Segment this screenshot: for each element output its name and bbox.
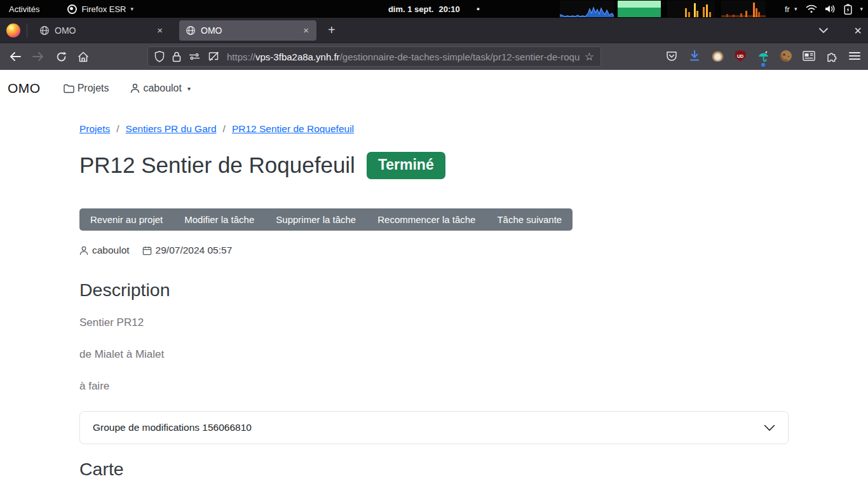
keyboard-layout-button[interactable]: fr ▾	[785, 0, 797, 18]
url-scheme: https://	[227, 51, 255, 62]
delete-task-button[interactable]: Supprimer la tâche	[265, 208, 367, 231]
disk-graph-icon	[721, 1, 766, 17]
nav-user-menu[interactable]: caboulot ▾	[130, 83, 191, 94]
calendar-icon	[142, 246, 152, 255]
site-brand[interactable]: OMO	[8, 81, 41, 96]
clock-date: dim. 1 sept.	[388, 4, 434, 14]
notification-badge	[761, 63, 765, 67]
ublock-label: UD	[735, 50, 746, 62]
breadcrumb-link-project[interactable]: Sentiers PR du Gard	[126, 123, 217, 135]
gnome-top-bar: Activités Firefox ESR ▾ dim. 1 sept. 20:…	[0, 0, 868, 18]
nav-user-label: caboulot	[143, 83, 182, 94]
tab-title: OMO	[201, 25, 301, 36]
pocket-icon[interactable]	[665, 49, 679, 63]
folder-icon	[64, 84, 74, 93]
chevron-down-icon	[764, 424, 775, 431]
firefox-mono-icon	[67, 4, 77, 14]
back-to-project-button[interactable]: Revenir au projet	[79, 208, 173, 231]
divider	[27, 24, 27, 37]
tab-title: OMO	[55, 25, 154, 36]
extensions-puzzle-icon[interactable]	[825, 49, 839, 63]
battery-charging-icon	[844, 4, 852, 15]
changeset-label: Groupe de modifications 156066810	[93, 422, 252, 433]
globe-icon	[186, 25, 196, 36]
tab-close-icon[interactable]: ×	[301, 25, 311, 36]
bookmark-star-icon[interactable]: ☆	[585, 50, 594, 64]
breadcrumb-link-task[interactable]: PR12 Sentier de Roquefeuil	[232, 123, 354, 135]
chevron-down-icon: ▾	[860, 6, 863, 12]
clock-button[interactable]: dim. 1 sept. 20:10	[388, 0, 460, 18]
description-line: à faire	[79, 379, 789, 393]
tab-omo-2-active[interactable]: OMO ×	[179, 20, 316, 41]
cookies-extension-icon[interactable]	[779, 49, 793, 63]
breadcrumb-link-projects[interactable]: Projets	[79, 123, 110, 135]
new-tab-button[interactable]: +	[323, 23, 341, 37]
home-button[interactable]	[76, 49, 91, 64]
nav-projects-label: Projets	[78, 83, 109, 94]
chevron-down-icon: ▾	[794, 6, 797, 12]
app-menu-button[interactable]: Firefox ESR ▾	[67, 0, 133, 18]
url-bar[interactable]: https://vps-3fba2a8a.ynh.fr/gestionnaire…	[147, 46, 601, 67]
window-close-icon[interactable]: ×	[854, 24, 862, 38]
system-status-area[interactable]: ▾	[806, 4, 863, 15]
autoplay-blocked-icon[interactable]	[208, 51, 219, 62]
activities-button[interactable]: Activités	[9, 0, 39, 18]
ublock-origin-icon[interactable]: UD	[733, 49, 747, 63]
description-line: Sentier PR12	[79, 316, 789, 330]
map-heading: Carte	[79, 458, 789, 480]
reader-news-icon[interactable]	[802, 49, 816, 63]
description-heading: Description	[79, 279, 789, 301]
person-icon	[130, 83, 140, 93]
page-content: OMO Projets caboulot ▾ Projets / Sentier…	[0, 70, 868, 450]
tab-close-icon[interactable]: ×	[154, 25, 165, 36]
tab-omo-1[interactable]: OMO ×	[33, 20, 170, 41]
forward-button[interactable]	[31, 49, 46, 64]
system-monitor-graphs	[560, 1, 766, 17]
page-title: PR12 Sentier de Roquefeuil	[79, 150, 355, 180]
url-path: /gestionnaire-de-taches-simple/task/pr12…	[340, 51, 580, 62]
volume-icon	[825, 4, 836, 14]
changeset-accordion-button[interactable]: Groupe de modifications 156066810	[79, 411, 789, 444]
breadcrumb: Projets / Sentiers PR du Gard / PR12 Sen…	[79, 123, 789, 135]
notification-dot-icon: ●	[477, 6, 480, 12]
task-timestamp: 29/07/2024 05:57	[156, 245, 233, 256]
globe-icon	[39, 25, 50, 36]
task-action-toolbar: Revenir au projet Modifier la tâche Supp…	[79, 208, 573, 231]
back-button[interactable]	[8, 49, 23, 64]
umbrella-extension-icon[interactable]	[756, 49, 770, 63]
app-menu-label: Firefox ESR	[81, 4, 126, 14]
canvasblocker-raccoon-icon[interactable]	[710, 49, 724, 63]
hamburger-menu-icon[interactable]	[848, 49, 862, 63]
breadcrumb-separator: /	[223, 123, 226, 135]
clock-time: 20:10	[438, 4, 459, 14]
permissions-icon[interactable]	[189, 52, 200, 61]
firefox-logo-icon	[6, 24, 20, 37]
next-task-button[interactable]: Tâche suivante	[486, 208, 573, 231]
keyboard-layout-label: fr	[785, 4, 790, 14]
downloads-icon[interactable]	[688, 49, 702, 63]
chevron-down-icon: ▾	[187, 85, 191, 92]
restart-task-button[interactable]: Recommencer la tâche	[367, 208, 486, 231]
lock-icon[interactable]	[172, 51, 181, 62]
toolbar-extensions: UD	[665, 49, 862, 63]
edit-task-button[interactable]: Modifier la tâche	[173, 208, 265, 231]
wifi-icon	[806, 4, 817, 14]
nav-projects-link[interactable]: Projets	[64, 83, 109, 94]
tracking-protection-shield-icon[interactable]	[154, 51, 165, 62]
reload-button[interactable]	[53, 49, 69, 64]
task-author: caboulot	[92, 245, 130, 256]
description-line: de Mialet à Mialet	[79, 348, 789, 362]
chevron-down-icon: ▾	[130, 6, 133, 12]
cpu-graph-icon	[560, 1, 614, 17]
person-icon	[79, 246, 88, 255]
url-domain: vps-3fba2a8a.ynh.fr	[255, 51, 340, 62]
url-text[interactable]: https://vps-3fba2a8a.ynh.fr/gestionnaire…	[227, 51, 580, 62]
memory-graph-icon	[618, 1, 661, 17]
firefox-tab-bar: OMO × OMO × + ×	[0, 18, 868, 43]
list-all-tabs-icon[interactable]	[818, 27, 829, 34]
site-header: OMO Projets caboulot ▾	[0, 70, 868, 107]
firefox-nav-toolbar: https://vps-3fba2a8a.ynh.fr/gestionnaire…	[0, 43, 868, 70]
breadcrumb-separator: /	[116, 123, 119, 135]
task-meta: caboulot 29/07/2024 05:57	[79, 245, 789, 256]
network-graph-icon	[667, 1, 715, 17]
